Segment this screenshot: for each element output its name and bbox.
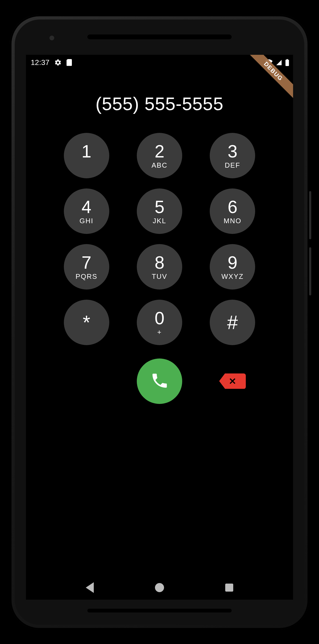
key-9-letters: WXYZ <box>221 272 244 280</box>
key-7-digit: 7 <box>81 254 91 271</box>
key-6[interactable]: 6 MNO <box>210 188 255 234</box>
phone-frame: 12:37 <box>10 15 309 630</box>
backspace-button[interactable]: ✕ <box>219 373 246 389</box>
sd-card-icon <box>67 59 72 66</box>
key-5-digit: 5 <box>155 198 165 216</box>
backspace-icon: ✕ <box>229 376 236 387</box>
key-8-digit: 8 <box>155 254 165 271</box>
earpiece-speaker <box>87 34 232 39</box>
dialpad: 1 2 ABC 3 DEF 4 GHI 5 JKL <box>50 133 269 345</box>
key-7-letters: PQRS <box>76 272 98 280</box>
call-button[interactable] <box>137 358 182 404</box>
bottom-speaker <box>87 609 232 612</box>
phone-bezel: 12:37 <box>15 20 304 625</box>
key-4-letters: GHI <box>80 217 94 224</box>
key-6-letters: MNO <box>224 217 242 224</box>
status-time: 12:37 <box>31 58 49 67</box>
key-5[interactable]: 5 JKL <box>137 188 182 234</box>
screen: 12:37 <box>26 55 293 600</box>
key-1-digit: 1 <box>81 142 91 160</box>
key-hash[interactable]: # <box>210 300 255 345</box>
nav-back-button[interactable] <box>86 582 94 593</box>
key-star[interactable]: * <box>64 300 109 345</box>
nav-recent-button[interactable] <box>225 584 233 592</box>
key-0-digit: 0 <box>155 309 165 327</box>
status-bar: 12:37 <box>26 55 293 70</box>
key-2[interactable]: 2 ABC <box>137 133 182 178</box>
key-9-digit: 9 <box>228 254 238 271</box>
key-0-letters: + <box>157 328 162 336</box>
key-4-digit: 4 <box>81 198 91 216</box>
key-4[interactable]: 4 GHI <box>64 188 109 234</box>
key-8-letters: TUV <box>152 272 167 280</box>
key-3-letters: DEF <box>225 161 240 169</box>
key-8[interactable]: 8 TUV <box>137 244 182 290</box>
key-7[interactable]: 7 PQRS <box>64 244 109 290</box>
key-1[interactable]: 1 <box>64 133 109 178</box>
key-hash-digit: # <box>227 313 238 332</box>
key-3[interactable]: 3 DEF <box>210 133 255 178</box>
system-navbar <box>26 576 293 600</box>
key-6-digit: 6 <box>228 198 238 216</box>
wifi-icon <box>265 59 273 66</box>
key-2-digit: 2 <box>155 142 165 160</box>
volume-down-button[interactable] <box>309 247 311 295</box>
settings-icon <box>54 59 62 66</box>
front-camera <box>49 36 54 40</box>
key-0[interactable]: 0 + <box>137 300 182 345</box>
nav-home-button[interactable] <box>155 583 164 592</box>
dialpad-actions: ✕ <box>50 358 269 404</box>
cellular-signal-icon <box>275 59 282 66</box>
phone-icon <box>150 371 169 391</box>
key-9[interactable]: 9 WXYZ <box>210 244 255 290</box>
volume-up-button[interactable] <box>309 191 311 239</box>
key-star-digit: * <box>83 313 90 332</box>
battery-icon <box>285 59 289 66</box>
dialed-number-display: (555) 555-5555 <box>26 93 293 114</box>
key-5-letters: JKL <box>153 217 166 224</box>
key-2-letters: ABC <box>151 161 167 169</box>
key-3-digit: 3 <box>228 142 238 160</box>
